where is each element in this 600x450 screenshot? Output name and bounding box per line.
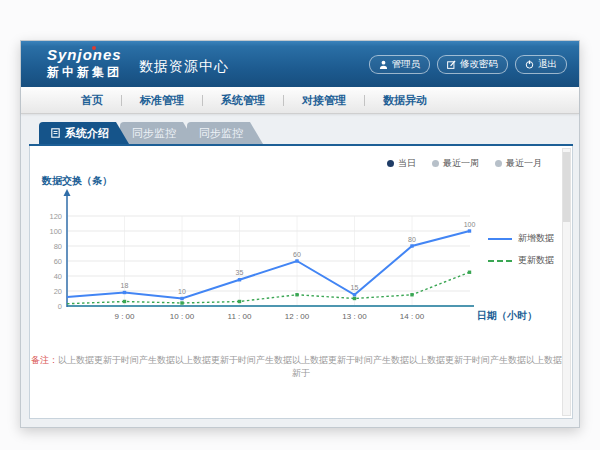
svg-text:11 : 00: 11 : 00 <box>228 312 252 321</box>
nav-divider <box>283 95 284 106</box>
logout-button[interactable]: 退出 <box>515 55 567 74</box>
nav-item-interface-management[interactable]: 对接管理 <box>298 93 350 108</box>
nav-item-standard-management[interactable]: 标准管理 <box>136 93 188 108</box>
data-point <box>468 229 471 232</box>
y-tick-labels: 020406080100120 <box>49 212 62 311</box>
tab-sync-monitor-2[interactable]: 同步监控 <box>187 122 263 144</box>
power-icon <box>525 60 534 69</box>
svg-text:60: 60 <box>54 257 62 266</box>
data-point <box>180 297 183 300</box>
note-text: 以上数据更新于时间产生数据以上数据更新于时间产生数据以上数据更新于时间产生数据以… <box>58 355 571 378</box>
company-text: 新中新集团 <box>47 64 122 81</box>
content-panel: 当日最近一周最近一月 数据交换（条） 0204060801001209 : 00… <box>29 146 573 419</box>
tab-sync-monitor-1[interactable]: 同步监控 <box>120 122 196 144</box>
data-point-label: 60 <box>293 251 301 258</box>
data-point <box>238 300 241 303</box>
nav-divider <box>202 95 203 106</box>
legend-item: 新增数据 <box>488 232 554 245</box>
change-password-label: 修改密码 <box>460 58 498 71</box>
logo: Synjones 新中新集团 <box>47 46 122 81</box>
data-point <box>468 271 471 274</box>
document-icon <box>51 128 60 138</box>
data-point-label: 18 <box>121 282 129 289</box>
nav-item-data-change[interactable]: 数据异动 <box>379 93 431 108</box>
data-point <box>410 293 413 296</box>
user-area: 管理员 修改密码 退出 <box>369 55 568 74</box>
svg-text:13 : 00: 13 : 00 <box>342 312 367 321</box>
person-icon <box>379 60 388 69</box>
panel-scrollbar[interactable] <box>562 148 571 416</box>
note-prefix: 备注： <box>31 355 58 365</box>
data-point <box>353 293 356 296</box>
legend-label: 更新数据 <box>518 254 554 267</box>
tab-bar: 系统介绍同步监控同步监控 <box>39 122 263 144</box>
horizontal-gridlines <box>68 216 470 291</box>
x-tick-labels: 9 : 0010 : 0011 : 0012 : 0013 : 0014 : 0… <box>114 312 424 321</box>
data-point <box>410 244 413 247</box>
svg-text:0: 0 <box>58 302 62 311</box>
nav-item-system-management[interactable]: 系统管理 <box>217 93 269 108</box>
app-title: 数据资源中心 <box>139 41 229 87</box>
svg-text:10 : 00: 10 : 00 <box>170 312 195 321</box>
tab-label: 系统介绍 <box>65 126 109 141</box>
nav-divider <box>121 95 122 106</box>
logout-label: 退出 <box>538 58 557 71</box>
tab-system-intro[interactable]: 系统介绍 <box>39 122 129 144</box>
user-label: 管理员 <box>392 58 421 71</box>
tab-label: 同步监控 <box>199 126 243 141</box>
tab-label: 同步监控 <box>132 126 176 141</box>
data-point <box>123 291 126 294</box>
brand-text: Synjones <box>47 46 122 63</box>
legend-label: 新增数据 <box>518 232 554 245</box>
legend-line-sample <box>488 238 512 240</box>
svg-text:40: 40 <box>54 272 62 281</box>
svg-text:120: 120 <box>49 212 62 221</box>
scrollbar-thumb[interactable] <box>563 152 570 222</box>
data-point-label: 35 <box>236 269 244 276</box>
y-axis-arrow-icon <box>64 189 71 196</box>
data-point <box>353 297 356 300</box>
main-nav: 首页标准管理系统管理对接管理数据异动 <box>21 87 579 114</box>
data-point-label: 100 <box>464 221 476 228</box>
edit-icon <box>447 60 456 69</box>
footer-note: 备注：以上数据更新于时间产生数据以上数据更新于时间产生数据以上数据更新于时间产生… <box>30 354 572 380</box>
svg-text:20: 20 <box>54 287 62 296</box>
user-button[interactable]: 管理员 <box>369 55 431 74</box>
app-header: Synjones 新中新集团 数据资源中心 管理员 修改密码 <box>21 41 579 87</box>
chart-legend: 新增数据更新数据 <box>488 232 554 267</box>
data-point <box>295 259 298 262</box>
legend-line-sample <box>488 260 512 262</box>
change-password-button[interactable]: 修改密码 <box>437 55 508 74</box>
brand-label: Synjones <box>47 46 122 63</box>
chart-x-axis-title: 日期（小时） <box>477 309 537 323</box>
svg-text:80: 80 <box>54 242 62 251</box>
data-point-label: 10 <box>178 288 186 295</box>
app-window: Synjones 新中新集团 数据资源中心 管理员 修改密码 <box>20 40 580 428</box>
data-point <box>180 301 183 304</box>
data-point <box>295 293 298 296</box>
logo-red-dot <box>92 46 96 50</box>
nav-divider <box>364 95 365 106</box>
data-point <box>238 278 241 281</box>
data-point-label: 15 <box>351 284 359 291</box>
nav-item-home[interactable]: 首页 <box>77 93 107 108</box>
data-point-label: 80 <box>408 236 416 243</box>
svg-text:14 : 00: 14 : 00 <box>400 312 425 321</box>
series-新增数据: 181035601580100 <box>67 221 475 301</box>
legend-item: 更新数据 <box>488 254 554 267</box>
svg-text:9 : 00: 9 : 00 <box>114 312 135 321</box>
svg-text:12 : 00: 12 : 00 <box>285 312 310 321</box>
svg-text:100: 100 <box>49 227 62 236</box>
data-point <box>123 300 126 303</box>
